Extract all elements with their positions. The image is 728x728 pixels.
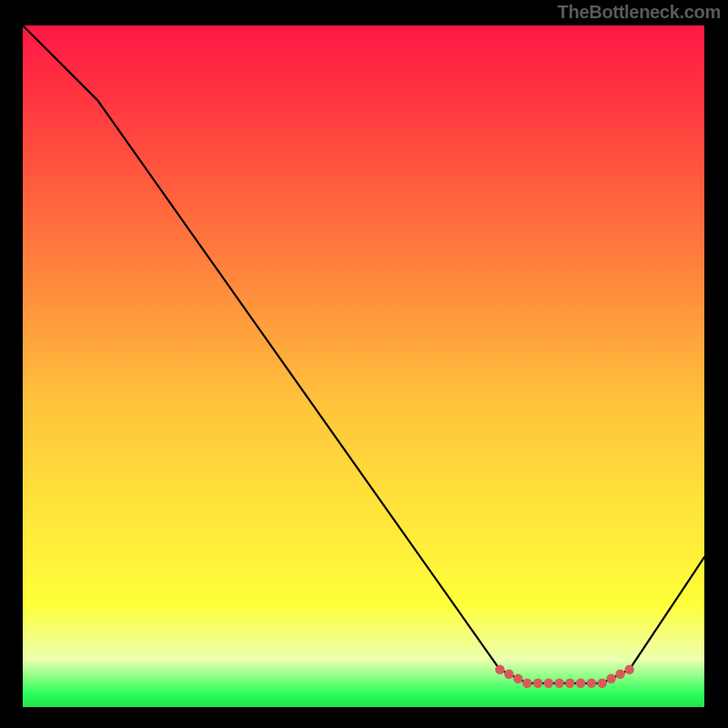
optimal-marker-dot bbox=[624, 665, 633, 674]
optimal-marker-dot bbox=[513, 674, 522, 683]
optimal-marker-dot bbox=[495, 665, 504, 674]
optimal-marker-dot bbox=[522, 679, 531, 688]
watermark-label: TheBottleneck.com bbox=[558, 2, 721, 23]
optimal-marker-dot bbox=[615, 670, 624, 679]
optimal-marker-dot bbox=[565, 679, 574, 688]
optimal-marker-dot bbox=[587, 679, 596, 688]
optimal-marker-dot bbox=[533, 679, 542, 688]
optimal-marker-dot bbox=[576, 679, 585, 688]
plot-background bbox=[23, 25, 704, 707]
optimal-marker-dot bbox=[597, 679, 606, 688]
chart-canvas: TheBottleneck.com bbox=[0, 0, 728, 728]
chart-svg bbox=[0, 0, 728, 728]
optimal-marker-dot bbox=[554, 679, 563, 688]
optimal-marker-dot bbox=[544, 679, 553, 688]
optimal-marker-dot bbox=[606, 674, 615, 683]
optimal-marker-dot bbox=[504, 670, 513, 679]
